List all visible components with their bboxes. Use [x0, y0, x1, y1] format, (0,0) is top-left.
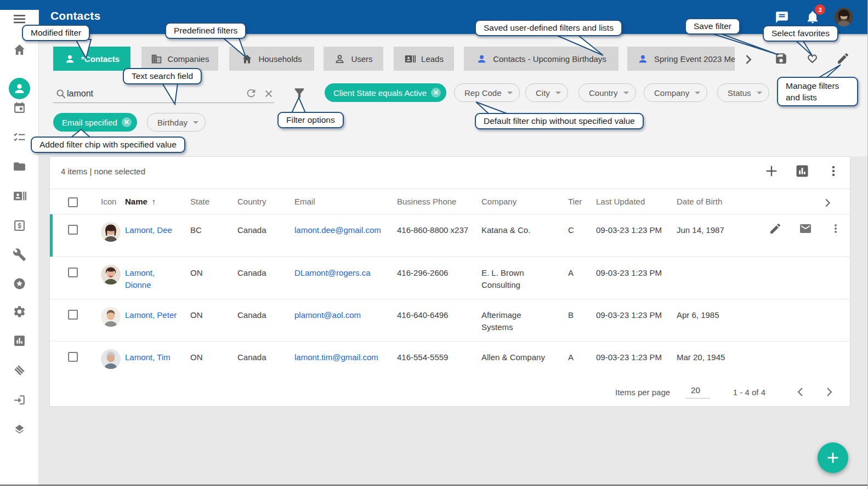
column-state[interactable]: State [190, 189, 237, 206]
cell-state: BC [190, 214, 237, 236]
row-checkbox[interactable] [68, 214, 101, 238]
table-row[interactable]: Lamont, Dionne ON Canada DLamont@rogers.… [50, 257, 850, 299]
filter-chip-status[interactable]: Status [717, 83, 769, 102]
settings-icon[interactable] [13, 305, 26, 319]
menu-icon[interactable] [13, 12, 26, 26]
tab-contacts-upcoming-birthdays[interactable]: Contacts - Upcoming Birthdays [464, 47, 619, 71]
remove-filter-icon[interactable]: ✕ [122, 117, 132, 127]
filter-chip-country[interactable]: Country [578, 83, 636, 102]
filter-chip-client-state[interactable]: Client State equals Active ✕ [325, 83, 446, 102]
person-icon [64, 53, 76, 65]
column-tier[interactable]: Tier [568, 189, 596, 206]
cell-tier: A [568, 257, 596, 279]
items-per-page-select[interactable]: 20 [685, 385, 710, 399]
address-book-icon[interactable] [13, 189, 26, 203]
add-icon[interactable] [764, 163, 779, 179]
tools-icon[interactable] [13, 248, 26, 261]
svg-text:$: $ [18, 222, 21, 230]
building-icon [151, 53, 162, 65]
chip-label: Company [654, 88, 689, 98]
cell-dob: Jun 14, 1987 [677, 214, 749, 236]
next-page-icon[interactable] [822, 385, 836, 399]
email-link[interactable]: lamont.tim@gmail.com [294, 352, 378, 362]
tab-contacts[interactable]: *Contacts [53, 47, 131, 71]
user-avatar[interactable] [835, 8, 853, 26]
notification-badge: 3 [815, 4, 825, 15]
contact-name-link[interactable]: Lamont, Peter [125, 310, 177, 320]
sign-in-icon[interactable] [13, 393, 26, 407]
contact-name-link[interactable]: Lamont, Dee [125, 225, 172, 235]
filter-chip-birthday[interactable]: Birthday [147, 113, 206, 132]
starred-icon[interactable] [13, 277, 26, 291]
tab-spring-event[interactable]: Spring Event 2023 Me [627, 47, 735, 71]
cell-country: Canada [237, 342, 294, 363]
tab-households[interactable]: Households [229, 47, 314, 71]
calendar-icon[interactable] [13, 101, 26, 115]
table-row[interactable]: Lamont, Tim ON Canada lamont.tim@gmail.c… [50, 342, 850, 376]
tasks-icon[interactable] [13, 130, 26, 144]
items-per-page-label: Items per page [615, 388, 670, 397]
chevron-down-icon [507, 92, 513, 94]
filter-chip-email[interactable]: Email specified ✕ [53, 113, 137, 132]
sidebar-item-contacts[interactable] [9, 78, 30, 99]
column-country[interactable]: Country [237, 189, 294, 206]
more-kebab-icon[interactable] [826, 163, 841, 179]
quotes-icon[interactable]: $ [13, 219, 26, 232]
previous-page-icon[interactable] [794, 385, 807, 399]
manage-pencil-icon[interactable] [836, 52, 850, 65]
tab-companies[interactable]: Companies [141, 47, 218, 71]
search-input[interactable] [67, 87, 231, 101]
more-kebab-icon[interactable] [829, 222, 842, 235]
favorites-heart-icon[interactable] [805, 52, 819, 65]
email-link[interactable]: lamont.dee@gmail.com [294, 225, 381, 235]
home-icon[interactable] [13, 43, 26, 56]
cell-state: ON [190, 342, 237, 363]
chat-icon[interactable] [775, 10, 789, 25]
more-columns-chevron-icon[interactable] [749, 189, 850, 209]
reports-icon[interactable] [13, 334, 26, 348]
add-contact-fab[interactable] [818, 442, 848, 473]
filter-chip-city[interactable]: City [525, 83, 568, 102]
cell-state: ON [190, 299, 237, 321]
row-checkbox[interactable] [68, 299, 101, 323]
avatar [101, 349, 121, 369]
clear-search-icon[interactable] [263, 88, 275, 100]
row-checkbox[interactable] [68, 342, 101, 365]
filter-chip-rep-code[interactable]: Rep Code [454, 83, 520, 102]
filter-chip-company[interactable]: Company [644, 83, 707, 102]
save-filter-icon[interactable] [774, 52, 788, 65]
email-link[interactable]: DLamont@rogers.ca [294, 268, 371, 277]
email-link[interactable]: plamont@aol.com [294, 310, 361, 320]
callout-default-chip: Default filter chip without specified va… [475, 113, 644, 129]
refresh-icon[interactable] [245, 87, 257, 99]
column-email[interactable]: Email [294, 189, 397, 206]
avatar [101, 307, 121, 327]
folder-icon[interactable] [13, 160, 26, 173]
table-row[interactable]: Lamont, Dee BC Canada lamont.dee@gmail.c… [50, 214, 850, 257]
table-row[interactable]: Lamont, Peter ON Canada plamont@aol.com … [50, 299, 850, 342]
contact-card-icon [404, 53, 416, 65]
column-business-phone[interactable]: Business Phone [397, 189, 481, 206]
column-name[interactable]: Name↑ [125, 189, 190, 206]
column-last-updated[interactable]: Last Updated [596, 189, 677, 206]
remove-filter-icon[interactable]: ✕ [431, 88, 441, 98]
column-company[interactable]: Company [481, 189, 568, 206]
column-date-of-birth[interactable]: Date of Birth [677, 189, 749, 206]
column-setup-chart-icon[interactable] [795, 163, 810, 179]
contact-name-link[interactable]: Lamont, Tim [125, 352, 171, 362]
column-icon[interactable]: Icon [101, 189, 125, 206]
filter-funnel-icon[interactable] [292, 86, 307, 100]
tabs-overflow-chevron-icon[interactable] [741, 53, 755, 66]
select-all-checkbox[interactable] [68, 189, 101, 209]
handshake-icon[interactable] [13, 363, 26, 377]
layers-icon[interactable] [13, 422, 26, 436]
tab-users[interactable]: Users [324, 47, 383, 71]
row-checkbox[interactable] [68, 257, 101, 281]
page-range: 1 - 4 of 4 [733, 388, 765, 397]
edit-pencil-icon[interactable] [769, 222, 782, 235]
tab-leads[interactable]: Leads [394, 47, 454, 71]
email-envelope-icon[interactable] [799, 222, 812, 235]
avatar [101, 265, 121, 285]
contact-name-link[interactable]: Lamont, Dionne [125, 268, 155, 289]
callout-select-favorites: Select favorites [763, 25, 838, 42]
